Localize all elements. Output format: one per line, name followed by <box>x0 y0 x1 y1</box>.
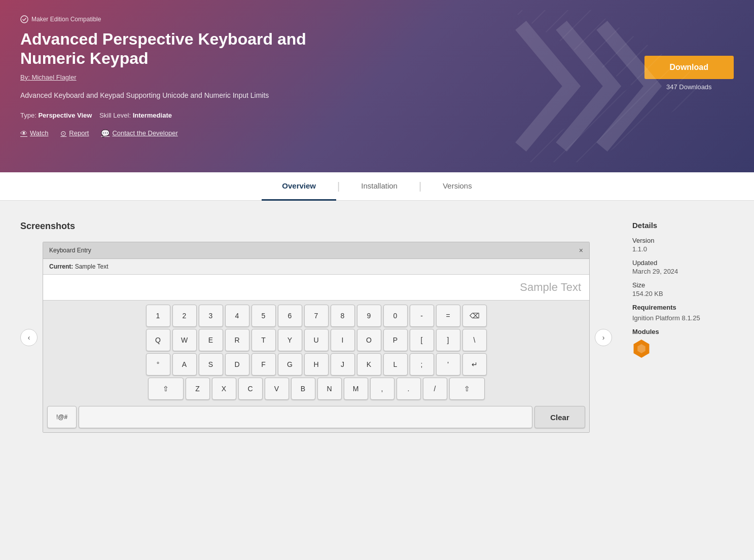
key-p[interactable]: P <box>383 329 408 351</box>
key-equals[interactable]: = <box>436 305 460 327</box>
key-6[interactable]: 6 <box>278 305 302 327</box>
key-7[interactable]: 7 <box>304 305 329 327</box>
key-d[interactable]: D <box>225 353 249 376</box>
key-s[interactable]: S <box>199 353 223 376</box>
key-shift-left[interactable]: ⇧ <box>148 378 184 400</box>
tab-divider-2: | <box>418 172 422 200</box>
key-backslash[interactable]: \ <box>462 329 487 351</box>
next-screenshot-button[interactable]: › <box>595 329 612 346</box>
size-label: Size <box>632 281 734 289</box>
key-c[interactable]: C <box>238 378 263 400</box>
hero-left: Maker Edition Compatible Advanced Perspe… <box>20 15 375 137</box>
hero-meta: Type: Perspective View Skill Level: Inte… <box>20 111 375 119</box>
key-enter[interactable]: ↵ <box>462 353 487 376</box>
key-period[interactable]: . <box>397 378 421 400</box>
key-t[interactable]: T <box>252 329 276 351</box>
tab-divider-1: | <box>336 172 341 200</box>
keyboard-title-text: Keyboard Entry <box>49 247 91 254</box>
keyboard-current-label: Current: <box>49 263 73 270</box>
contact-link[interactable]: 💬 Contact the Developer <box>101 129 177 137</box>
key-q[interactable]: Q <box>146 329 170 351</box>
key-a[interactable]: A <box>172 353 197 376</box>
modules-title: Modules <box>632 328 734 335</box>
module-icon <box>632 340 651 358</box>
key-g[interactable]: G <box>278 353 302 376</box>
screenshot-container: ‹ Keyboard Entry × Current: Sample Text … <box>20 242 612 433</box>
key-i[interactable]: I <box>331 329 355 351</box>
key-backspace[interactable]: ⌫ <box>462 305 487 327</box>
requirements-value: Ignition Platform 8.1.25 <box>632 314 734 322</box>
key-symbols[interactable]: !@# <box>47 406 77 428</box>
tab-overview[interactable]: Overview <box>262 172 336 201</box>
key-8[interactable]: 8 <box>331 305 355 327</box>
key-e[interactable]: E <box>199 329 223 351</box>
svg-point-0 <box>21 16 28 23</box>
type-label: Type: <box>20 111 37 119</box>
key-f[interactable]: F <box>252 353 276 376</box>
clear-button[interactable]: Clear <box>534 406 585 428</box>
keyboard-close-button[interactable]: × <box>579 246 583 254</box>
key-u[interactable]: U <box>304 329 329 351</box>
key-space[interactable] <box>79 406 532 428</box>
key-shift-right[interactable]: ⇧ <box>449 378 485 400</box>
key-x[interactable]: X <box>212 378 236 400</box>
key-o[interactable]: O <box>357 329 381 351</box>
sidebar: Details Version 1.1.0 Updated March 29, … <box>632 221 734 433</box>
check-icon <box>20 15 28 23</box>
contact-icon: 💬 <box>101 129 110 137</box>
keyboard-titlebar: Keyboard Entry × <box>43 242 589 259</box>
screenshots-title: Screenshots <box>20 221 612 232</box>
key-v[interactable]: V <box>265 378 289 400</box>
tab-installation[interactable]: Installation <box>341 172 418 201</box>
keyboard-row-3: ° A S D F G H J K L ; ' ↵ <box>47 353 585 376</box>
key-lbracket[interactable]: [ <box>410 329 434 351</box>
key-k[interactable]: K <box>357 353 381 376</box>
skill-value: Intermediate <box>133 111 172 119</box>
keyboard-current: Current: Sample Text <box>43 259 589 275</box>
key-9[interactable]: 9 <box>357 305 381 327</box>
key-slash[interactable]: / <box>423 378 447 400</box>
key-h[interactable]: H <box>304 353 329 376</box>
key-r[interactable]: R <box>225 329 249 351</box>
key-5[interactable]: 5 <box>252 305 276 327</box>
hero-decoration <box>490 0 693 172</box>
key-n[interactable]: N <box>317 378 342 400</box>
key-3[interactable]: 3 <box>199 305 223 327</box>
key-l[interactable]: L <box>383 353 408 376</box>
key-j[interactable]: J <box>331 353 355 376</box>
keyboard-display-text: Sample Text <box>520 281 581 293</box>
size-value: 154.20 KB <box>632 290 734 297</box>
hero-actions: 👁 Watch ⊙ Report 💬 Contact the Developer <box>20 129 375 137</box>
keyboard-display: Sample Text <box>43 275 589 301</box>
updated-label: Updated <box>632 259 734 267</box>
key-z[interactable]: Z <box>186 378 210 400</box>
author-link[interactable]: By: Michael Flagler <box>20 73 77 81</box>
keyboard-row-4: ⇧ Z X C V B N M , . / ⇧ <box>47 378 585 400</box>
key-1[interactable]: 1 <box>146 305 170 327</box>
key-0[interactable]: 0 <box>383 305 408 327</box>
key-y[interactable]: Y <box>278 329 302 351</box>
key-4[interactable]: 4 <box>225 305 249 327</box>
key-quote[interactable]: ' <box>436 353 460 376</box>
key-degree[interactable]: ° <box>146 353 170 376</box>
key-2[interactable]: 2 <box>172 305 197 327</box>
key-minus[interactable]: - <box>410 305 434 327</box>
watch-label: Watch <box>30 129 48 137</box>
prev-screenshot-button[interactable]: ‹ <box>20 329 38 346</box>
key-w[interactable]: W <box>172 329 197 351</box>
key-semicolon[interactable]: ; <box>410 353 434 376</box>
keyboard-bottom-row: !@# Clear <box>43 406 589 432</box>
maker-badge: Maker Edition Compatible <box>20 15 375 23</box>
watch-link[interactable]: 👁 Watch <box>20 129 48 137</box>
key-b[interactable]: B <box>291 378 315 400</box>
key-comma[interactable]: , <box>370 378 394 400</box>
tab-versions[interactable]: Versions <box>422 172 492 201</box>
report-link[interactable]: ⊙ Report <box>60 129 89 137</box>
download-button[interactable]: Download <box>644 56 734 79</box>
key-rbracket[interactable]: ] <box>436 329 460 351</box>
key-m[interactable]: M <box>344 378 368 400</box>
page-title: Advanced Perspective Keyboard and Numeri… <box>20 29 375 68</box>
requirements-title: Requirements <box>632 304 734 311</box>
report-label: Report <box>69 129 89 137</box>
skill-label: Skill Level: <box>99 111 131 119</box>
